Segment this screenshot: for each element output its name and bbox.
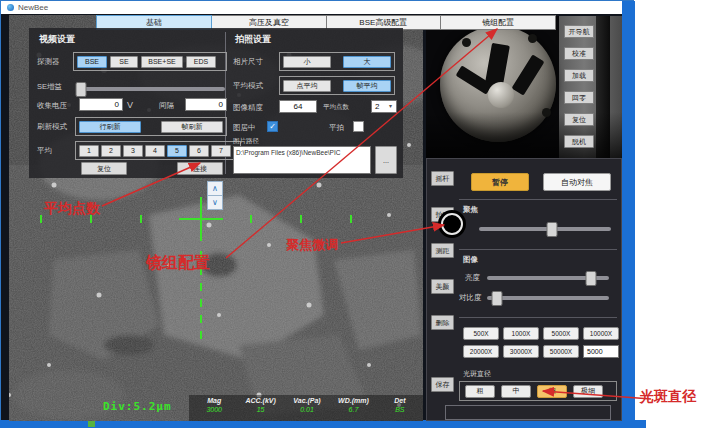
avg-points-select[interactable]: 2 <box>371 100 397 113</box>
app-window: Div:5.2μm Mag 3000 ACC.(kV) 15 Vac.(Pa) … <box>0 0 634 421</box>
focus-slider-handle[interactable] <box>546 222 557 237</box>
spot-coarse-button[interactable]: 粗 <box>465 385 495 398</box>
average-option-6[interactable]: 6 <box>189 145 209 157</box>
average-option-2[interactable]: 2 <box>101 145 121 157</box>
average-option-7[interactable]: 7 <box>211 145 231 157</box>
detector-se-button[interactable]: SE <box>110 56 138 68</box>
status-readouts: Mag 3000 ACC.(kV) 15 Vac.(Pa) 0.01 WD.(m… <box>191 397 423 413</box>
load-button[interactable]: 加载 <box>564 69 594 82</box>
image-section-label: 图像 <box>463 255 478 265</box>
avg-frame-button[interactable]: 帧平均 <box>343 80 391 92</box>
status-col-wd: WD.(mm) 6.7 <box>330 397 376 413</box>
contrast-slider-handle[interactable] <box>491 291 502 306</box>
screenshot-canvas: Div:5.2μm Mag 3000 ACC.(kV) 15 Vac.(Pa) … <box>0 0 720 428</box>
interval-input[interactable]: 0 <box>185 98 227 111</box>
flat-shot-checkbox[interactable] <box>353 121 364 132</box>
offline-button[interactable]: 脱机 <box>564 135 594 148</box>
average-option-5[interactable]: 5 <box>167 145 187 157</box>
mag-50000x-button[interactable]: 50000X <box>543 345 579 358</box>
voltage-unit-label: V <box>127 100 133 110</box>
beautify-button[interactable]: 美颜 <box>431 279 454 294</box>
photo-settings-title: 拍照设置 <box>235 33 271 46</box>
status-col-mag: Mag 3000 <box>191 397 237 413</box>
mag-20000x-button[interactable]: 20000X <box>463 345 499 358</box>
app-icon <box>7 4 14 11</box>
joystick-button[interactable]: 摇杆 <box>431 171 454 186</box>
chevron-up-icon[interactable]: ∧ <box>207 181 223 196</box>
se-gain-slider-handle[interactable] <box>76 82 87 97</box>
divider <box>459 249 617 250</box>
size-large-button[interactable]: 大 <box>343 56 391 68</box>
avg-points-dropdown-icon[interactable]: ▾ <box>389 102 392 109</box>
browse-button[interactable]: ... <box>375 146 397 174</box>
calibrate-button[interactable]: 校准 <box>564 47 594 60</box>
average-label: 平均 <box>37 146 52 156</box>
spot-medium-button[interactable]: 中 <box>501 385 531 398</box>
reset-button[interactable]: 复位 <box>81 162 127 175</box>
autofocus-button[interactable]: 自动对焦 <box>543 173 611 191</box>
bottom-accent-strip <box>0 420 646 428</box>
center-image-checkbox[interactable]: ✓ <box>267 121 278 132</box>
size-small-button[interactable]: 小 <box>283 56 331 68</box>
focus-slider[interactable] <box>479 227 611 231</box>
se-gain-label: SE增益 <box>37 82 62 92</box>
refresh-line-button[interactable]: 行刷新 <box>79 121 141 133</box>
avg-point-button[interactable]: 点平均 <box>283 80 331 92</box>
brightness-slider-handle[interactable] <box>585 271 596 286</box>
divider <box>459 199 617 200</box>
refresh-mode-label: 刷新模式 <box>37 122 67 132</box>
focus-knob[interactable] <box>441 213 463 235</box>
average-option-4[interactable]: 4 <box>145 145 165 157</box>
pause-button[interactable]: 暂停 <box>471 173 529 191</box>
spot-diameter-label: 光斑直径 <box>463 369 491 379</box>
average-option-3[interactable]: 3 <box>123 145 143 157</box>
avg-points-label: 平均点数 <box>323 103 349 112</box>
spot-extra-fine-button[interactable]: 极细 <box>573 385 603 398</box>
delete-button[interactable]: 删除 <box>431 315 454 330</box>
mag-5000x-button[interactable]: 5000X <box>543 327 579 340</box>
spot-fine-button[interactable]: 细 <box>537 385 567 398</box>
taskbar-icon <box>88 421 95 427</box>
detector-bse-se-button[interactable]: BSE+SE <box>141 56 183 68</box>
screw <box>528 34 537 43</box>
home-button[interactable]: 回零 <box>564 91 594 104</box>
mag-10000x-button[interactable]: 10000X <box>583 327 619 340</box>
chevron-down-icon[interactable]: ∨ <box>207 195 223 210</box>
mag-30000x-button[interactable]: 30000X <box>503 345 539 358</box>
spot-diameter-group: 粗 中 细 极细 <box>459 381 617 401</box>
se-gain-slider[interactable] <box>77 87 225 91</box>
focus-label: 聚焦 <box>463 205 478 215</box>
tab-lens-config[interactable]: 镜组配置 <box>441 15 556 30</box>
brightness-label: 亮度 <box>465 273 480 283</box>
annotation-spot-diameter: 光斑直径 <box>640 388 696 406</box>
mag-value-input[interactable]: 5000 <box>583 345 619 358</box>
mag-500x-button[interactable]: 500X <box>463 327 499 340</box>
photo-size-group: 小 大 <box>279 52 395 71</box>
open-navigation-button[interactable]: 开导航 <box>564 25 594 38</box>
connect-button[interactable]: 连接 <box>177 162 223 175</box>
precision-input[interactable]: 64 <box>279 100 317 113</box>
brightness-slider[interactable] <box>487 276 609 280</box>
collect-voltage-input[interactable]: 0 <box>79 98 123 111</box>
detector-bse-button[interactable]: BSE <box>77 56 107 68</box>
detector-group: BSE SE BSE+SE EDS <box>73 52 227 71</box>
info-box <box>445 405 611 420</box>
settings-panel: 视频设置 探测器 BSE SE BSE+SE EDS SE增益 收集电压 0 V… <box>29 28 403 178</box>
video-settings-title: 视频设置 <box>39 33 75 46</box>
screw <box>462 38 471 47</box>
detector-eds-button[interactable]: EDS <box>186 56 216 68</box>
detector-label: 探测器 <box>37 57 60 67</box>
average-option-1[interactable]: 1 <box>79 145 99 157</box>
image-path-input[interactable]: D:\Program Files (x86)\NewBee\PIC <box>233 146 371 174</box>
refresh-frame-button[interactable]: 帧刷新 <box>161 121 223 133</box>
save-button[interactable]: 保存 <box>431 377 454 392</box>
contrast-slider[interactable] <box>487 296 609 300</box>
status-col-acc: ACC.(kV) 15 <box>237 397 283 413</box>
mag-1000x-button[interactable]: 1000X <box>503 327 539 340</box>
precision-label: 图像精度 <box>233 103 263 113</box>
average-group: 1 2 3 4 5 6 7 <box>75 141 241 160</box>
photo-size-label: 相片尺寸 <box>233 57 263 67</box>
status-col-vac: Vac.(Pa) 0.01 <box>284 397 330 413</box>
reset-stage-button[interactable]: 复位 <box>564 113 594 126</box>
measure-button[interactable]: 测距 <box>431 243 454 258</box>
